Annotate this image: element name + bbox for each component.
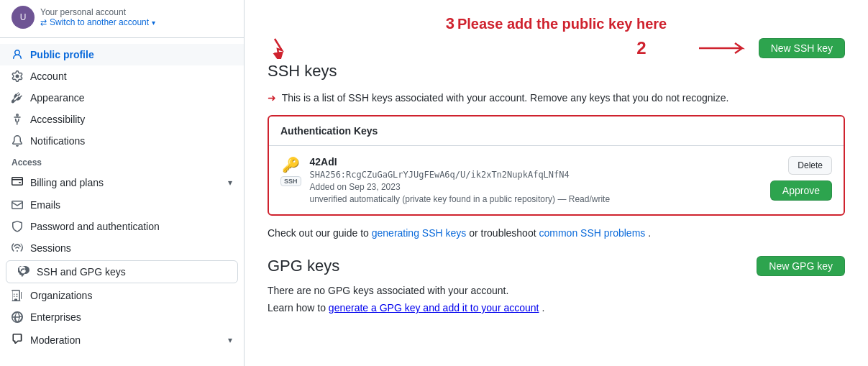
annotation-number2: 2: [636, 38, 646, 58]
gpg-learn-link[interactable]: generate a GPG key and add it to your ac…: [329, 302, 539, 314]
sidebar-item-label: Password and authentication: [30, 221, 160, 232]
paintbrush-icon: [12, 92, 23, 104]
key-added-date: Added on Sep 23, 2023: [310, 182, 762, 192]
sidebar-item-label: Notifications: [30, 135, 85, 147]
sidebar-header: U Your personal account ⇄ Switch to anot…: [0, 0, 244, 38]
new-ssh-key-button[interactable]: New SSH key: [759, 38, 845, 58]
sidebar-item-public-profile[interactable]: Public profile: [0, 44, 244, 65]
annotation-arrow-down: [268, 37, 289, 59]
auth-keys-header: Authentication Keys: [269, 116, 844, 146]
mail-icon: [12, 199, 23, 211]
key-file-icon: 🔑: [282, 156, 300, 173]
gear-icon: [12, 70, 23, 82]
sidebar-item-emails[interactable]: Emails: [0, 194, 244, 216]
gpg-learn-text: Learn how to generate a GPG key and add …: [268, 302, 845, 314]
generating-ssh-keys-link[interactable]: generating SSH keys: [372, 227, 467, 239]
sidebar-item-account[interactable]: Account: [0, 65, 244, 87]
key-actions: Delete Approve: [770, 156, 832, 201]
sidebar-item-label: Enterprises: [30, 311, 81, 323]
bell-icon: [12, 135, 23, 147]
common-ssh-problems-link[interactable]: common SSH problems: [539, 227, 645, 239]
sidebar-item-sessions[interactable]: Sessions: [0, 237, 244, 259]
key-name: 42AdI: [310, 156, 762, 168]
sidebar-item-label: Account: [30, 70, 67, 82]
new-gpg-key-button[interactable]: New GPG key: [757, 256, 845, 276]
accessibility-icon: [12, 114, 23, 125]
person-icon: [12, 49, 23, 60]
shield-icon: [12, 221, 23, 232]
key-warning-suffix: — Read/write: [557, 194, 610, 204]
annotation-arrow-right: [695, 37, 753, 59]
switch-icon: ⇄: [40, 18, 47, 27]
delete-button[interactable]: Delete: [788, 156, 832, 175]
sidebar-item-label: Billing and plans: [30, 177, 104, 188]
guide-text: Check out our guide to generating SSH ke…: [268, 227, 845, 239]
access-section-label: Access: [0, 152, 244, 170]
gpg-title: GPG keys: [268, 257, 339, 275]
gpg-section: GPG keys New GPG key There are no GPG ke…: [268, 256, 845, 314]
org-icon: [12, 290, 23, 301]
sidebar-item-billing[interactable]: Billing and plans ▾: [0, 170, 244, 194]
sidebar-item-notifications[interactable]: Notifications: [0, 130, 244, 152]
annotation-number3: 3: [446, 14, 454, 32]
key-icon-area: 🔑 SSH: [280, 156, 301, 186]
gpg-empty-text: There are no GPG keys associated with yo…: [268, 285, 845, 296]
key-icon: [18, 266, 29, 278]
main-content: 3 Please add the public key here SSH key…: [245, 0, 868, 366]
key-item: 🔑 SSH 42AdI SHA256:RcgCZuGaGLrYJUgFEwA6q…: [269, 146, 844, 214]
annotation-please-add: 3 Please add the public key here: [268, 14, 845, 33]
sidebar-item-label: Emails: [30, 199, 60, 211]
ssh-keys-header: SSH keys 2 New SSH key: [268, 37, 845, 81]
broadcast-icon: [12, 242, 23, 254]
sidebar-item-ssh-gpg-container: SSH and GPG keys: [6, 260, 238, 283]
sidebar-item-label: Organizations: [30, 290, 92, 301]
approve-button[interactable]: Approve: [770, 180, 832, 201]
comment-icon: [12, 333, 23, 347]
auth-keys-section: Authentication Keys 🔑 SSH 42AdI SHA256:R…: [268, 115, 845, 216]
chevron-down-icon: ▾: [228, 335, 232, 345]
key-fingerprint: SHA256:RcgCZuGaGLrYJUgFEwA6q/U/ik2xTn2Nu…: [310, 170, 762, 180]
sidebar-item-appearance[interactable]: Appearance: [0, 87, 244, 109]
sidebar-item-accessibility[interactable]: Accessibility: [0, 109, 244, 130]
account-info: Your personal account ⇄ Switch to anothe…: [40, 7, 155, 27]
gpg-header: GPG keys New GPG key: [268, 256, 845, 276]
sidebar-item-label: Appearance: [30, 92, 85, 104]
switch-link[interactable]: Switch to another account: [50, 17, 149, 27]
sidebar-item-ssh-gpg[interactable]: SSH and GPG keys: [6, 261, 237, 283]
sidebar-item-moderation[interactable]: Moderation ▾: [0, 328, 244, 352]
sidebar-item-label: Moderation: [30, 334, 81, 346]
sidebar: U Your personal account ⇄ Switch to anot…: [0, 0, 245, 366]
sidebar-item-label: Sessions: [30, 242, 71, 254]
billing-icon: [12, 175, 23, 189]
switch-dropdown-icon: ▾: [152, 19, 155, 27]
sidebar-item-label: SSH and GPG keys: [37, 266, 126, 278]
globe-icon: [12, 311, 23, 323]
chevron-down-icon: ▾: [228, 178, 232, 188]
sidebar-item-organizations[interactable]: Organizations: [0, 285, 244, 306]
key-warning: unverified automatically (private key fo…: [310, 194, 762, 204]
sidebar-item-enterprises[interactable]: Enterprises: [0, 306, 244, 328]
sidebar-item-password[interactable]: Password and authentication: [0, 216, 244, 237]
key-details: 42AdI SHA256:RcgCZuGaGLrYJUgFEwA6q/U/ik2…: [310, 156, 762, 204]
ssh-keys-title: SSH keys: [268, 62, 337, 81]
avatar: U: [12, 6, 35, 29]
annotation-text: Please add the public key here: [457, 16, 667, 32]
ssh-info-text: ➜ This is a list of SSH keys associated …: [268, 92, 845, 104]
sidebar-item-label: Accessibility: [30, 114, 85, 125]
sidebar-item-label: Public profile: [30, 49, 94, 60]
ssh-badge: SSH: [280, 176, 301, 186]
account-label: Your personal account: [40, 7, 155, 17]
sidebar-navigation: Public profile Account Appearance: [0, 38, 244, 357]
